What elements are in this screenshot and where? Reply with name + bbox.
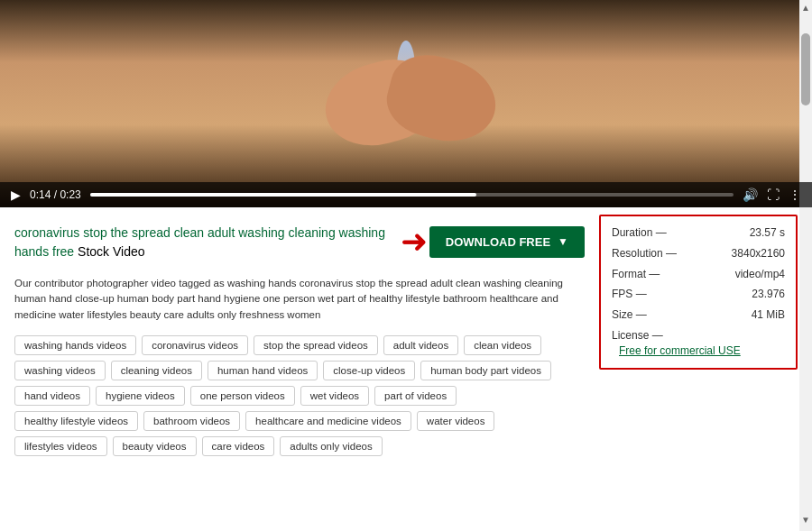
tag[interactable]: care videos <box>202 436 275 456</box>
tag[interactable]: wet videos <box>300 386 369 406</box>
tag[interactable]: healthy lifestyle videos <box>14 411 138 431</box>
tag[interactable]: healthcare and medicine videos <box>245 411 411 431</box>
left-content: coronavirus stop the spread clean adult … <box>14 224 585 456</box>
more-options-button[interactable]: ⋮ <box>789 188 801 202</box>
tag[interactable]: bathroom videos <box>143 411 240 431</box>
fps-row: FPS — 23.976 <box>612 287 785 302</box>
chevron-down-icon: ▼ <box>558 235 568 248</box>
tag[interactable]: washing hands videos <box>14 335 136 355</box>
format-value: video/mp4 <box>735 267 785 282</box>
scrollbar: ▲ ▼ <box>799 0 812 465</box>
fullscreen-button[interactable]: ⛶ <box>767 188 780 202</box>
download-button-label: DOWNLOAD FREE <box>446 235 550 249</box>
time-display: 0:14 / 0:23 <box>30 188 81 201</box>
red-arrow: ➜ <box>401 225 428 258</box>
tag[interactable]: stop the spread videos <box>254 335 378 355</box>
download-free-button[interactable]: DOWNLOAD FREE ▼ <box>429 226 585 258</box>
right-panel: Duration — 23.57 s Resolution — 3840x216… <box>599 215 798 370</box>
tag[interactable]: part of videos <box>374 386 457 406</box>
fps-label: FPS — <box>612 287 647 302</box>
progress-bar[interactable] <box>90 193 734 197</box>
resolution-value: 3840x2160 <box>732 246 785 261</box>
tag[interactable]: hand videos <box>14 386 90 406</box>
tag[interactable]: one person videos <box>190 386 295 406</box>
duration-label: Duration — <box>612 225 667 241</box>
video-title: coronavirus stop the spread clean adult … <box>14 224 393 261</box>
format-label: Format — <box>612 267 660 282</box>
license-label: License — <box>612 328 663 343</box>
tag[interactable]: water videos <box>417 411 495 431</box>
resolution-row: Resolution — 3840x2160 <box>612 246 785 261</box>
volume-button[interactable]: 🔊 <box>743 188 758 202</box>
tag[interactable]: washing videos <box>14 361 106 380</box>
size-row: Size — 41 MiB <box>612 307 785 323</box>
tag[interactable]: human hand videos <box>208 361 318 380</box>
duration-value: 23.57 s <box>750 225 785 241</box>
info-box: Duration — 23.57 s Resolution — 3840x216… <box>599 215 798 370</box>
hands-visual <box>289 41 523 167</box>
size-label: Size — <box>612 307 647 323</box>
progress-fill <box>90 193 476 197</box>
video-thumbnail <box>0 0 812 207</box>
video-controls: ▶ 0:14 / 0:23 🔊 ⛶ ⋮ <box>0 182 812 207</box>
title-plain-text: Stock Video <box>78 244 144 259</box>
resolution-label: Resolution — <box>612 246 677 261</box>
tag[interactable]: beauty videos <box>113 436 197 456</box>
tag[interactable]: close-up videos <box>323 361 415 380</box>
tag[interactable]: lifestyles videos <box>14 436 107 456</box>
tag[interactable]: adults only videos <box>280 436 382 456</box>
content-section: coronavirus stop the spread clean adult … <box>0 207 812 465</box>
tag[interactable]: adult videos <box>383 335 458 355</box>
size-value: 41 MiB <box>752 307 785 323</box>
tag[interactable]: clean videos <box>464 335 541 355</box>
duration-row: Duration — 23.57 s <box>612 225 785 241</box>
tag[interactable]: cleaning videos <box>111 361 202 380</box>
fps-value: 23.976 <box>752 287 785 302</box>
scroll-up-arrow[interactable]: ▲ <box>798 0 812 15</box>
format-row: Format — video/mp4 <box>612 267 785 282</box>
tag[interactable]: human body part videos <box>420 361 551 380</box>
play-button[interactable]: ▶ <box>11 188 21 202</box>
tag[interactable]: hygiene videos <box>96 386 185 406</box>
video-player: ▶ 0:14 / 0:23 🔊 ⛶ ⋮ <box>0 0 812 207</box>
license-value[interactable]: Free for commercial USE <box>619 343 741 359</box>
tags-container: washing hands videoscoronavirus videosst… <box>14 335 585 456</box>
title-link-text: coronavirus stop the spread clean adult … <box>14 225 385 259</box>
title-link[interactable]: coronavirus stop the spread clean adult … <box>14 225 385 259</box>
license-row: License — Free for commercial USE <box>612 328 785 359</box>
scrollbar-thumb[interactable] <box>801 33 810 105</box>
description-text: Our contributor photographer video tagge… <box>14 276 585 323</box>
tag[interactable]: coronavirus videos <box>142 335 248 355</box>
